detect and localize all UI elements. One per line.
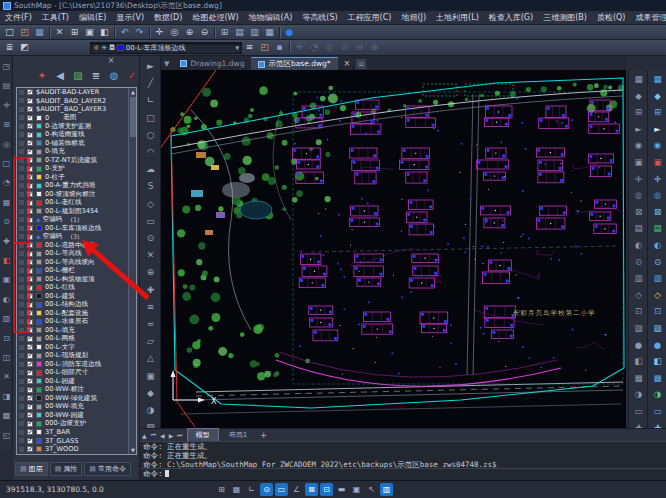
layer-color-swatch[interactable] <box>36 208 42 214</box>
table-tool-icon[interactable]: ▦ <box>0 196 13 209</box>
doc-tab[interactable]: Drawing1.dwg <box>173 57 251 70</box>
doc-tab[interactable]: 示范区base.dwg* <box>251 57 337 70</box>
panel-tab-图层[interactable]: ▤图层 <box>15 462 48 476</box>
layer-checkbox[interactable] <box>27 234 33 240</box>
layer-combo[interactable]: ☼ ✳ ◘ 00-L-车库顶板边线 ▾ <box>90 42 242 54</box>
layer-expander-icon[interactable] <box>19 260 24 265</box>
layer-expander-icon[interactable] <box>19 294 24 299</box>
layer-expander-icon[interactable] <box>19 404 24 409</box>
layer-color-swatch[interactable] <box>36 293 42 299</box>
rows2-icon[interactable]: ▤ <box>630 221 647 235</box>
layer-expander-icon[interactable] <box>19 124 24 129</box>
layer-checkbox[interactable] <box>27 115 33 121</box>
menu-item[interactable]: 工程应用(C) <box>343 11 397 24</box>
layer-checkbox[interactable] <box>27 404 33 410</box>
layer-expander-icon[interactable] <box>19 158 24 163</box>
layer-expander-icon[interactable] <box>19 430 24 435</box>
layer-color-swatch[interactable] <box>36 259 42 265</box>
select-tool-icon[interactable]: ◳ <box>0 60 13 73</box>
layer-expander-icon[interactable] <box>19 166 24 171</box>
layout-nav-icon[interactable]: ⏭ <box>175 431 184 439</box>
rect-tool-icon[interactable]: □ <box>0 157 13 170</box>
layer-row[interactable]: 3T_BAR <box>17 428 136 437</box>
layer-row[interactable]: 00-L-文字 <box>17 343 136 352</box>
layer-checkbox[interactable] <box>27 361 33 367</box>
play-icon[interactable]: ► <box>630 122 647 136</box>
zoom-realtime-icon[interactable]: ◎ <box>167 26 182 39</box>
layer-row[interactable]: 00-坡顶坡向标注 <box>17 190 136 199</box>
view-top-icon[interactable]: ▦ <box>630 72 647 86</box>
osnap-toggle[interactable]: ⊙ <box>260 483 273 496</box>
sm-bullet-icon[interactable]: ● <box>649 338 666 352</box>
layer-expander-icon[interactable] <box>19 421 24 426</box>
layer-checkbox[interactable] <box>27 140 33 146</box>
command-window[interactable]: 命令: 正在重生成。命令: 正在重生成。命令: C:\SouthMap\Sout… <box>140 441 666 480</box>
layer-row[interactable]: 000-边坡支护 <box>17 420 136 429</box>
layer-checkbox[interactable] <box>27 106 33 112</box>
layer-save-icon[interactable]: ▪ <box>272 41 287 54</box>
layer-row[interactable]: ◆空编码(3) <box>17 233 136 242</box>
layer-row[interactable]: 00-L-细部尺寸 <box>17 369 136 378</box>
layout-tab-model[interactable]: 模型 <box>187 428 219 442</box>
render-sphere-icon[interactable]: ● <box>282 26 297 39</box>
layer-expander-icon[interactable] <box>19 226 24 231</box>
layer-states-icon[interactable]: ◩ <box>17 41 32 54</box>
osnap-tool-icon[interactable]: ⊙ <box>0 215 13 228</box>
layer-row[interactable]: 0-填充 <box>17 148 136 157</box>
layer-expander-icon[interactable] <box>19 311 24 316</box>
sm-survey-icon[interactable]: ▦ <box>649 72 666 86</box>
circle-icon[interactable]: ○ <box>142 128 159 143</box>
layer-checkbox[interactable] <box>27 242 33 248</box>
layer-row[interactable]: 00-L-构筑物屋顶 <box>17 275 136 284</box>
menu-item[interactable]: 绘图处理(W) <box>187 11 243 24</box>
layer-color-swatch[interactable] <box>36 132 42 138</box>
layer-checkbox[interactable] <box>27 259 33 265</box>
sm-boxdot-icon[interactable]: ⊡ <box>649 304 666 318</box>
dash-toggle[interactable]: ▬ <box>335 483 348 496</box>
sm-point-icon[interactable]: ◆ <box>649 89 666 103</box>
layer-color-swatch[interactable] <box>36 166 42 172</box>
layer-freeze-icon[interactable]: ✳ <box>101 43 107 53</box>
layout-nav-icon[interactable]: ⏮ <box>149 431 158 439</box>
layer-checkbox[interactable] <box>27 412 33 418</box>
flag-tool-icon[interactable]: ◧ <box>0 254 13 267</box>
move2-icon[interactable]: ✛ <box>630 172 647 186</box>
ortho-toggle[interactable]: ∟ <box>245 483 258 496</box>
sm-rows-icon[interactable]: ▤ <box>649 221 666 235</box>
layer-checkbox[interactable] <box>27 225 33 231</box>
layer-expander-icon[interactable] <box>19 132 24 137</box>
triangle-icon[interactable]: △ <box>142 351 159 366</box>
layer-color-swatch[interactable] <box>36 251 42 257</box>
layer-color-swatch[interactable] <box>36 285 42 291</box>
layer-expander-icon[interactable] <box>19 370 24 375</box>
half-tool-icon[interactable]: ◨ <box>0 390 13 403</box>
image-edit-icon[interactable]: ▨ <box>71 69 85 83</box>
layer-row[interactable]: 00-L-规划图3454 <box>17 207 136 216</box>
view-3d-icon[interactable]: ◆ <box>630 89 647 103</box>
layer-expander-icon[interactable] <box>19 234 24 239</box>
layer-color-swatch[interactable] <box>36 395 42 401</box>
rectangle-icon[interactable]: □ <box>142 111 159 126</box>
sm-shade-icon[interactable]: ◧ <box>649 354 666 368</box>
zoom-disabled-icon[interactable]: ◎ <box>322 41 337 54</box>
layer-expander-icon[interactable] <box>19 90 24 95</box>
layer-expander-icon[interactable] <box>19 141 24 146</box>
layer-row[interactable]: 00-L-结构边线 <box>17 301 136 310</box>
polygon-icon[interactable]: ◇ <box>142 197 159 212</box>
layer-color-swatch[interactable] <box>36 429 42 435</box>
layer-color-swatch[interactable] <box>36 361 42 367</box>
cursor-mode-toggle[interactable]: ↖ <box>365 483 378 496</box>
pointer-icon[interactable]: ► <box>142 59 159 74</box>
pan-disabled-icon[interactable]: ✛ <box>292 41 307 54</box>
layer-color-swatch[interactable] <box>36 387 42 393</box>
layer-checkbox[interactable] <box>27 149 33 155</box>
zoom-window-icon[interactable]: ⊕ <box>182 26 197 39</box>
layer-row[interactable]: 00-WW-填充 <box>17 403 136 412</box>
layer-manager-icon[interactable]: ≣ <box>2 41 17 54</box>
layer-on-icon[interactable]: ☼ <box>93 43 99 53</box>
sm-close-icon[interactable]: ⊠ <box>649 205 666 219</box>
layer-checkbox[interactable] <box>27 353 33 359</box>
layer-expander-icon[interactable] <box>19 438 24 443</box>
hatch3-icon[interactable]: ▨ <box>630 321 647 335</box>
sm-half-icon[interactable]: ◐ <box>649 238 666 252</box>
